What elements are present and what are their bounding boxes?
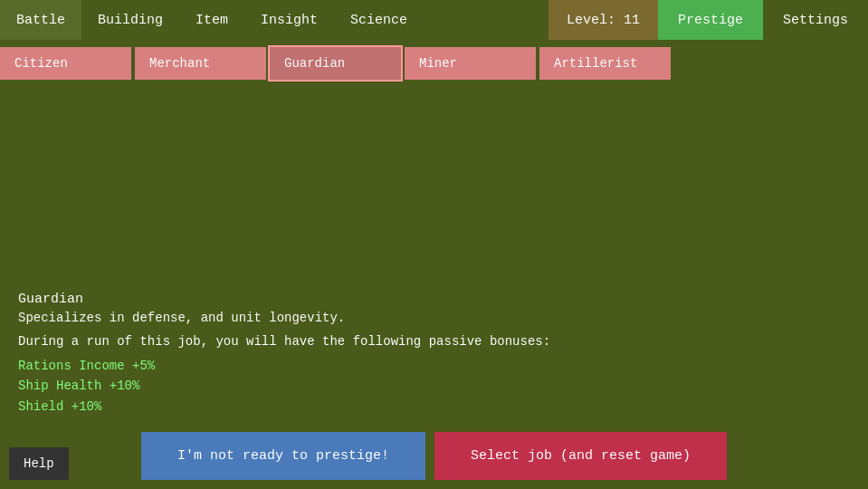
- job-card-guardian[interactable]: Guardian: [270, 47, 401, 80]
- job-subtitle: Specializes in defense, and unit longevi…: [18, 311, 850, 325]
- action-bar: I'm not ready to prestige! Select job (a…: [0, 432, 868, 480]
- bonus-rations: Rations Income +5%: [18, 356, 850, 376]
- help-button[interactable]: Help: [9, 447, 69, 480]
- description-area: Guardian Specializes in defense, and uni…: [0, 292, 868, 417]
- job-card-citizen[interactable]: Citizen: [0, 47, 131, 80]
- passive-intro: During a run of this job, you will have …: [18, 334, 850, 349]
- not-ready-button[interactable]: I'm not ready to prestige!: [141, 432, 425, 480]
- nav-science[interactable]: Science: [334, 0, 424, 40]
- level-display: Level: 11: [548, 0, 658, 40]
- select-job-button[interactable]: Select job (and reset game): [434, 432, 727, 480]
- nav-insight[interactable]: Insight: [244, 0, 334, 40]
- job-card-miner[interactable]: Miner: [405, 47, 536, 80]
- nav-battle[interactable]: Battle: [0, 0, 81, 40]
- job-card-artillerist[interactable]: Artillerist: [539, 47, 671, 80]
- job-bonuses: Rations Income +5% Ship Health +10% Shie…: [18, 356, 850, 417]
- bonus-shield: Shield +10%: [18, 397, 850, 417]
- nav-bar: Battle Building Item Insight Science Lev…: [0, 0, 868, 40]
- job-title: Guardian: [18, 292, 850, 307]
- nav-spacer: [424, 0, 548, 40]
- bonus-ship-health: Ship Health +10%: [18, 376, 850, 396]
- level-label: Level: 11: [567, 13, 640, 28]
- settings-button[interactable]: Settings: [763, 0, 868, 40]
- job-row: Citizen Merchant Guardian Miner Artiller…: [0, 40, 868, 87]
- job-card-merchant[interactable]: Merchant: [135, 47, 266, 80]
- nav-item[interactable]: Item: [179, 0, 244, 40]
- prestige-button[interactable]: Prestige: [658, 0, 763, 40]
- nav-building[interactable]: Building: [81, 0, 179, 40]
